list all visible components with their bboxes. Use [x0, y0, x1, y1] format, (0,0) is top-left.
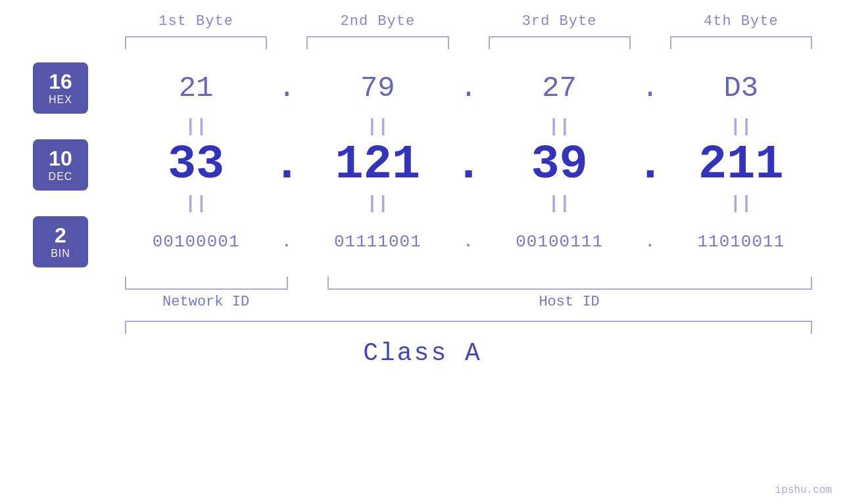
equals-4: ||: [670, 116, 812, 137]
dec-badge: 10 DEC: [33, 139, 88, 191]
hex-value-2: 79: [306, 72, 448, 104]
equals-6: ||: [306, 193, 448, 214]
dec-base-number: 10: [49, 147, 72, 170]
bin-value-1: 00100001: [125, 232, 267, 252]
network-id-bracket: [125, 277, 288, 290]
main-container: 1st Byte 2nd Byte 3rd Byte 4th Byte 16 H…: [0, 0, 845, 504]
bracket-byte-4: [670, 36, 812, 49]
class-a-label: Class A: [363, 339, 482, 367]
bin-badge: 2 BIN: [33, 216, 88, 267]
class-a-label-row: Class A: [33, 339, 812, 367]
bin-base-label: BIN: [51, 248, 70, 260]
equals-8: ||: [670, 193, 812, 214]
top-bracket-row: [33, 36, 812, 49]
equals-1: ||: [125, 116, 267, 137]
byte-header-2: 2nd Byte: [306, 13, 448, 30]
equals-2: ||: [306, 116, 448, 137]
dec-value-1: 33: [125, 141, 267, 189]
bin-dot-1: .: [267, 232, 306, 252]
hex-badge: 16 HEX: [33, 62, 88, 114]
class-bracket-row: [33, 321, 812, 334]
bin-dot-3: .: [631, 232, 670, 252]
dec-dot-1: .: [267, 141, 306, 189]
byte-headers-row: 1st Byte 2nd Byte 3rd Byte 4th Byte: [33, 13, 812, 30]
hex-value-4: D3: [670, 72, 812, 104]
dec-dot-2: .: [449, 141, 489, 189]
bin-row: 2 BIN 00100001 . 01111001 . 00100111 . 1…: [33, 216, 812, 267]
equals-3: ||: [489, 116, 631, 137]
bin-base-number: 2: [55, 224, 66, 247]
dec-value-2: 121: [306, 141, 448, 189]
hex-dot-2: .: [449, 72, 489, 104]
bracket-byte-3: [489, 36, 631, 49]
dec-dot-3: .: [631, 141, 670, 189]
bin-dot-2: .: [449, 232, 489, 252]
hex-base-label: HEX: [49, 94, 72, 106]
byte-header-3: 3rd Byte: [489, 13, 631, 30]
dec-value-4: 211: [670, 141, 812, 189]
watermark: ipshu.com: [775, 484, 832, 496]
bin-value-2: 01111001: [306, 232, 448, 252]
dec-row: 10 DEC 33 . 121 . 39 . 211: [33, 139, 812, 191]
hex-value-1: 21: [125, 72, 267, 104]
hex-value-3: 27: [489, 72, 631, 104]
dec-base-label: DEC: [49, 171, 73, 183]
host-id-bracket: [327, 277, 812, 290]
equals-7: ||: [489, 193, 631, 214]
bracket-byte-2: [306, 36, 448, 49]
bottom-brackets-container: [33, 277, 812, 290]
equals-5: ||: [125, 193, 267, 214]
dec-value-3: 39: [489, 141, 631, 189]
bottom-section: Network ID Host ID Class A: [33, 273, 812, 367]
equals-row-1: || || || ||: [33, 116, 812, 137]
byte-header-1: 1st Byte: [125, 13, 267, 30]
bracket-byte-1: [125, 36, 267, 49]
hex-dot-3: .: [631, 72, 670, 104]
id-labels-row: Network ID Host ID: [33, 294, 812, 310]
hex-base-number: 16: [49, 70, 72, 93]
byte-header-4: 4th Byte: [670, 13, 812, 30]
bin-value-4: 11010011: [670, 232, 812, 252]
equals-row-2: || || || ||: [33, 193, 812, 214]
hex-dot-1: .: [267, 72, 306, 104]
bin-value-3: 00100111: [489, 232, 631, 252]
class-a-bracket-top: [125, 321, 812, 334]
hex-row: 16 HEX 21 . 79 . 27 . D3: [33, 62, 812, 114]
network-id-label: Network ID: [125, 294, 287, 310]
host-id-label: Host ID: [326, 294, 812, 310]
